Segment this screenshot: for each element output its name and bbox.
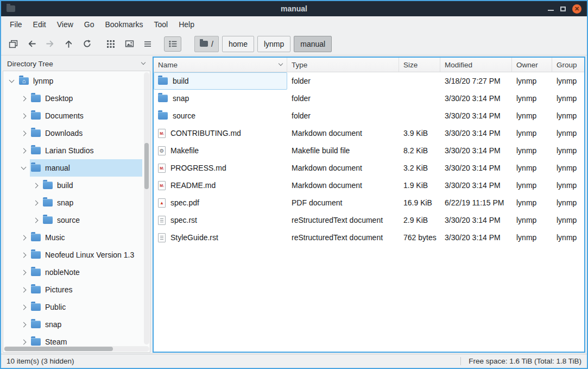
tree-item-desktop[interactable]: Desktop [3, 90, 142, 107]
expander-collapsed-icon[interactable] [33, 183, 39, 188]
tree-item-snap-2[interactable]: snap [3, 316, 142, 333]
expander-collapsed-icon[interactable] [21, 113, 27, 118]
thumbnail-view-icon [125, 39, 134, 48]
reload-button[interactable] [79, 36, 94, 52]
tree-item-body: Documents [30, 107, 142, 124]
menu-bookmarks[interactable]: Bookmarks [99, 17, 148, 32]
file-row-readme-md[interactable]: README.md Markdown document 1.9 KiB 3/30… [154, 177, 584, 194]
path-segment-manual[interactable]: manual [294, 36, 332, 52]
tree-item-downloads[interactable]: Downloads [3, 124, 142, 142]
expander-collapsed-icon[interactable] [21, 252, 27, 258]
forward-button[interactable] [42, 36, 58, 52]
detailed-list-view-button[interactable] [164, 36, 181, 52]
column-header-type[interactable]: Type [287, 58, 399, 72]
expander-collapsed-icon[interactable] [33, 217, 39, 223]
sidebar-vertical-scrollbar[interactable] [144, 72, 149, 345]
folder-icon [31, 164, 41, 172]
menu-view[interactable]: View [52, 17, 79, 32]
sidebar-mode-selector[interactable]: Directory Tree [3, 57, 150, 71]
menu-file[interactable]: File [4, 17, 28, 32]
tree-item-body: nobleNote [30, 264, 142, 281]
expander-collapsed-icon[interactable] [33, 200, 39, 205]
menu-edit[interactable]: Edit [28, 17, 52, 32]
sidebar-horizontal-scrollbar[interactable] [4, 346, 149, 352]
tree-item-pictures[interactable]: Pictures [3, 281, 142, 298]
tree-item-body: lynmp [18, 72, 142, 90]
tree-item-steam[interactable]: Steam [3, 333, 142, 346]
tree-item-snap[interactable]: snap [3, 194, 142, 211]
tree-item-music[interactable]: Music [3, 229, 142, 246]
file-type-cell: reStructuredText document [287, 211, 399, 229]
expander-collapsed-icon[interactable] [21, 322, 27, 327]
directory-tree-panel: lynmp Desktop Docume [3, 71, 150, 353]
file-modified-cell: 3/30/20 3:14 PM [440, 229, 512, 246]
tree-item-neofeud[interactable]: Neofeud Linux Version 1.3 [3, 246, 142, 264]
path-breadcrumb: / home lynmp manual [191, 36, 332, 52]
file-row-contributing-md[interactable]: CONTRIBUTING.md Markdown document 3.9 Ki… [154, 124, 584, 142]
file-row-progress-md[interactable]: PROGRESS.md Markdown document 3.2 KiB 3/… [154, 159, 584, 177]
close-button[interactable]: ✕ [572, 4, 581, 14]
tree-item-larian-studios[interactable]: Larian Studios [3, 142, 142, 159]
titlebar[interactable]: manual ✕ [1, 1, 587, 16]
back-button[interactable] [24, 36, 39, 52]
tree-item-build[interactable]: build [3, 177, 142, 194]
markdown-icon [158, 181, 166, 190]
expander-collapsed-icon[interactable] [21, 148, 27, 153]
expander-collapsed-icon[interactable] [21, 96, 27, 101]
compact-view-button[interactable] [140, 36, 155, 52]
expander-collapsed-icon[interactable] [21, 339, 27, 345]
column-header-modified[interactable]: Modified [440, 58, 512, 72]
tree-item-noblenote[interactable]: nobleNote [3, 264, 142, 281]
path-segment-lynmp[interactable]: lynmp [257, 36, 290, 52]
file-row-build[interactable]: build folder 3/18/20 7:27 PM lynmp lynmp [154, 72, 584, 90]
expander-collapsed-icon[interactable] [21, 130, 27, 136]
file-modified-cell: 3/30/20 3:14 PM [440, 211, 512, 229]
expander-expanded-icon[interactable] [21, 164, 27, 170]
file-size-cell: 2.9 KiB [399, 211, 440, 229]
menu-help[interactable]: Help [173, 17, 200, 32]
tree-item-source[interactable]: source [3, 211, 142, 229]
file-row-makefile[interactable]: Makefile Makefile build file 8.2 KiB 3/3… [154, 142, 584, 159]
file-size-cell [399, 90, 440, 107]
path-root-button[interactable]: / [194, 36, 219, 52]
scrollbar-thumb[interactable] [4, 347, 113, 351]
expander-collapsed-icon[interactable] [21, 287, 27, 292]
column-header-size[interactable]: Size [399, 58, 440, 72]
up-button[interactable] [61, 36, 76, 52]
file-row-spec-pdf[interactable]: spec.pdf PDF document 16.9 KiB 6/22/19 1… [154, 194, 584, 211]
maximize-button[interactable] [560, 7, 566, 11]
expander-collapsed-icon[interactable] [21, 270, 27, 275]
column-header-name[interactable]: Name [154, 58, 287, 72]
reload-icon [83, 39, 92, 48]
file-name-cell: PROGRESS.md [154, 159, 287, 177]
tree-item-lynmp[interactable]: lynmp [3, 72, 142, 90]
new-window-button[interactable] [5, 36, 21, 52]
menu-tool[interactable]: Tool [149, 17, 174, 32]
column-header-group[interactable]: Group [552, 58, 584, 72]
detailed-list-view-icon [168, 39, 178, 48]
minimize-button[interactable] [548, 10, 554, 11]
directory-tree: lynmp Desktop Docume [3, 71, 150, 346]
file-row-source[interactable]: source folder 3/30/20 3:14 PM lynmp lynm… [154, 107, 584, 124]
expander-collapsed-icon[interactable] [21, 304, 27, 310]
thumbnail-view-button[interactable] [122, 36, 137, 52]
expander-expanded-icon[interactable] [9, 77, 15, 83]
file-row-snap[interactable]: snap folder 3/30/20 3:14 PM lynmp lynmp [154, 90, 584, 107]
path-segment-home[interactable]: home [222, 36, 254, 52]
menu-go[interactable]: Go [79, 17, 100, 32]
file-owner-cell: lynmp [512, 159, 552, 177]
file-row-spec-rst[interactable]: spec.rst reStructuredText document 2.9 K… [154, 211, 584, 229]
tree-item-documents[interactable]: Documents [3, 107, 142, 124]
folder-icon [43, 182, 53, 189]
file-row-styleguide-rst[interactable]: StyleGuide.rst reStructuredText document… [154, 229, 584, 246]
column-header-owner[interactable]: Owner [512, 58, 552, 72]
scrollbar-thumb[interactable] [144, 143, 149, 189]
file-type-cell: PDF document [287, 194, 399, 211]
up-icon [64, 39, 73, 48]
file-modified-cell: 3/18/20 7:27 PM [440, 72, 512, 90]
tree-item-manual[interactable]: manual [3, 159, 142, 177]
tree-item-public[interactable]: Public [3, 298, 142, 316]
expander-collapsed-icon[interactable] [21, 235, 27, 240]
icon-view-button[interactable] [103, 36, 118, 52]
tree-item-label: Pictures [45, 285, 73, 294]
